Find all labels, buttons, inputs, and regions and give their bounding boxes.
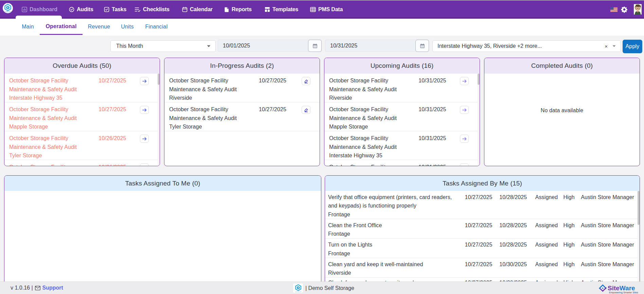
svg-text:SiteWare: SiteWare [608, 285, 635, 292]
svg-text:Empowering Smarter Sites: Empowering Smarter Sites [609, 291, 638, 294]
svg-text:STORAGE SPOT: STORAGE SPOT [295, 291, 301, 292]
svg-text:STORAGE SPOT: STORAGE SPOT [4, 11, 12, 13]
